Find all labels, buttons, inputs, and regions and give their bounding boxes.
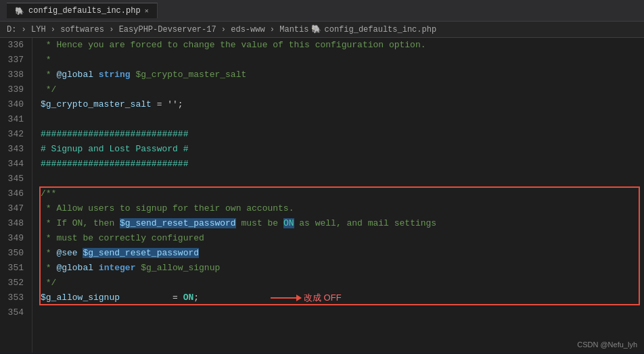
title-bar: 🐘 config_defaults_inc.php ✕ bbox=[0, 0, 644, 22]
code-line: * @see $g_send_reset_password bbox=[41, 246, 644, 261]
line-number: 350 bbox=[5, 246, 24, 261]
tab-close-button[interactable]: ✕ bbox=[145, 7, 149, 15]
code-line: */ bbox=[41, 82, 644, 97]
code-line bbox=[41, 112, 644, 127]
code-line: $g_crypto_master_salt = ''; bbox=[41, 97, 644, 112]
code-line: ############################ bbox=[41, 157, 644, 172]
editor: 3363373383393403413423433443453463473483… bbox=[0, 38, 644, 353]
line-number: 340 bbox=[5, 97, 24, 112]
arrow-icon bbox=[271, 297, 301, 299]
code-line: * If ON, then $g_send_reset_password mus… bbox=[41, 216, 644, 231]
annotation-text: 改成 OFF bbox=[304, 292, 342, 304]
code-line: * bbox=[41, 53, 644, 68]
code-line: ############################ bbox=[41, 127, 644, 142]
line-number: 339 bbox=[5, 82, 24, 97]
line-number: 354 bbox=[5, 305, 24, 320]
watermark: CSDN @Nefu_lyh bbox=[577, 340, 637, 349]
breadcrumb-elephant-icon: 🐘 bbox=[311, 24, 321, 34]
code-line: * @global string $g_crypto_master_salt bbox=[41, 68, 644, 82]
line-number: 348 bbox=[5, 216, 24, 231]
line-number: 349 bbox=[5, 231, 24, 246]
line-number: 342 bbox=[5, 127, 24, 142]
code-line: # Signup and Lost Password # bbox=[41, 142, 644, 157]
line-number: 352 bbox=[5, 276, 24, 290]
code-line: */ bbox=[41, 276, 644, 290]
editor-tab[interactable]: 🐘 config_defaults_inc.php ✕ bbox=[7, 3, 158, 18]
code-line: /** bbox=[41, 186, 644, 201]
code-line: * Allow users to signup for their own ac… bbox=[41, 201, 644, 216]
line-number: 353 bbox=[5, 290, 24, 305]
code-line bbox=[41, 305, 644, 320]
line-number: 345 bbox=[5, 172, 24, 186]
code-line: * @global integer $g_allow_signup bbox=[41, 261, 644, 276]
code-line: $g_allow_signup = ON; bbox=[41, 290, 644, 305]
line-number: 351 bbox=[5, 261, 24, 276]
line-number: 341 bbox=[5, 112, 24, 127]
breadcrumb: D: › LYH › softwares › EasyPHP-Devserver… bbox=[0, 22, 644, 38]
breadcrumb-path: D: › LYH › softwares › EasyPHP-Devserver… bbox=[7, 25, 308, 34]
code-line: * Hence you are forced to change the val… bbox=[41, 38, 644, 53]
annotation: 改成 OFF bbox=[271, 292, 342, 304]
line-number: 343 bbox=[5, 142, 24, 157]
breadcrumb-filename: config_defaults_inc.php bbox=[324, 25, 436, 34]
code-line bbox=[41, 172, 644, 186]
code-area[interactable]: * Hence you are forced to change the val… bbox=[32, 38, 644, 353]
tab-label: config_defaults_inc.php bbox=[28, 6, 141, 16]
line-number: 346 bbox=[5, 186, 24, 201]
line-number: 347 bbox=[5, 201, 24, 216]
line-numbers: 3363373383393403413423433443453463473483… bbox=[0, 38, 32, 353]
php-icon: 🐘 bbox=[15, 7, 24, 16]
line-number: 336 bbox=[5, 38, 24, 53]
code-line: * must be correctly configured bbox=[41, 231, 644, 246]
line-number: 337 bbox=[5, 53, 24, 68]
line-number: 338 bbox=[5, 68, 24, 82]
line-number: 344 bbox=[5, 157, 24, 172]
